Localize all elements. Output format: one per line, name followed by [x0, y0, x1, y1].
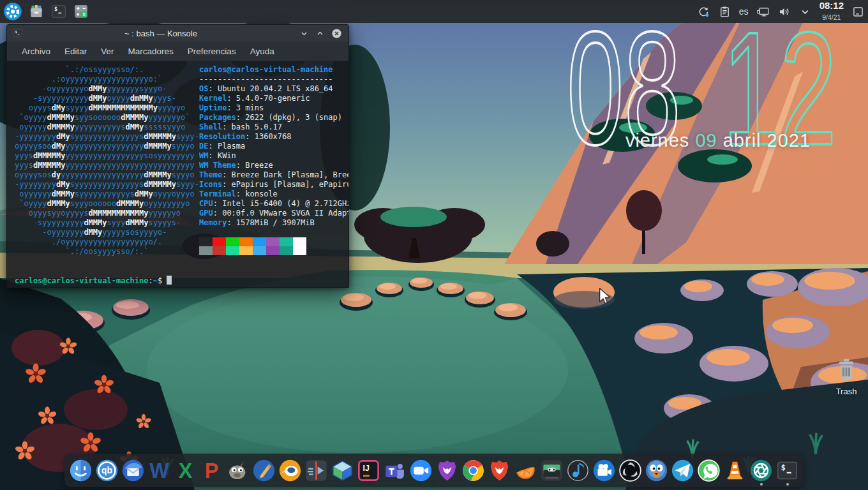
- menu-preferencias[interactable]: Preferencias: [181, 47, 243, 56]
- terminal-area[interactable]: `.:/ossyyyysso/:. .:oyyyyyyyyyyyyyyyyyyo…: [7, 61, 348, 287]
- date-suffix: abril 2021: [717, 130, 811, 151]
- cine-camera-icon: [592, 459, 616, 482]
- info-line-de: DE: Plasma: [199, 142, 348, 151]
- clipboard-icon: [718, 5, 731, 19]
- face-icon: [69, 459, 93, 482]
- date-prefix: viernes: [625, 130, 696, 151]
- whatsapp-icon: [697, 459, 721, 482]
- trash-can-icon: [833, 356, 860, 383]
- konsole-panel-button[interactable]: [50, 3, 67, 20]
- dock-icon-konsole[interactable]: [774, 454, 800, 486]
- chevron-down-icon: [798, 5, 812, 19]
- dock-icon-clementine[interactable]: [513, 454, 539, 486]
- clipboard-button[interactable]: [718, 5, 731, 19]
- keyboard-layout-button[interactable]: es: [739, 6, 749, 17]
- dock-icon-cawbird[interactable]: [643, 454, 670, 486]
- obs-icon: [618, 459, 642, 482]
- info-line-gpu: GPU: 00:0f.0 VMware SVGA II Adapt: [199, 209, 348, 218]
- dock-icon-libreoffice[interactable]: [251, 454, 277, 486]
- teams-icon: [383, 459, 407, 482]
- brave-lion-icon: [488, 459, 511, 482]
- info-line-wm-theme: WM Theme: Breeze: [199, 161, 348, 170]
- running-indicator: [786, 483, 789, 486]
- info-line-resolution: Resolution: 868x490: [199, 132, 348, 142]
- menu-ver[interactable]: Ver: [94, 47, 121, 56]
- info-line-memory: Memory: 1578MiB / 3907MiB: [199, 218, 348, 228]
- intellij-icon: [357, 459, 380, 482]
- dock-icon-blender[interactable]: [277, 454, 303, 486]
- dock-icon-tape-recorder[interactable]: [539, 454, 565, 486]
- dock-icon-finder[interactable]: [68, 454, 94, 486]
- file-manager-button[interactable]: [28, 3, 45, 20]
- maximize-button[interactable]: [315, 28, 326, 39]
- close-button[interactable]: [331, 27, 343, 40]
- panel-clock-date: 9/4/21: [822, 13, 841, 21]
- neofetch-host: carlos@carlos-virtual-machine: [199, 65, 348, 75]
- dock-icon-obs-studio[interactable]: [617, 454, 643, 486]
- dock-icon-brave-beta[interactable]: [434, 454, 460, 486]
- dock-icon-kdenlive[interactable]: [303, 454, 329, 486]
- monitor-icon: [756, 5, 770, 19]
- show-desktop-button[interactable]: [851, 5, 865, 19]
- thunderbird-icon: [121, 459, 145, 482]
- dock-icon-telegram[interactable]: [670, 454, 696, 486]
- menu-marcadores[interactable]: Marcadores: [121, 47, 181, 56]
- bird-icon: [645, 459, 668, 482]
- virtualbox-icon: [331, 459, 354, 482]
- date-day: 09: [695, 130, 717, 151]
- panel-clock[interactable]: 08:12 9/4/21: [819, 1, 844, 22]
- application-launcher-button[interactable]: [3, 2, 22, 21]
- neofetch-ascii-art: `.:/ossyyyysso/:. .:oyyyyyyyyyyyyyyyyyyo…: [15, 65, 199, 256]
- dock-icon-thunderbird[interactable]: [120, 454, 146, 486]
- top-panel: es 08:12 9/4/21: [0, 0, 868, 23]
- info-line-theme: Theme: Breeze Dark [Plasma], Bree: [199, 170, 348, 180]
- terminal-palette-row-2: [199, 246, 348, 255]
- neofetch-info: carlos@carlos-virtual-machine-----------…: [199, 65, 348, 256]
- dock-icon-spectacle[interactable]: [748, 454, 774, 486]
- dock-icon-ms-word[interactable]: [146, 454, 172, 486]
- dock-icon-brave[interactable]: [486, 454, 513, 486]
- trash-icon[interactable]: Trash: [827, 356, 865, 396]
- dock-icon-intellij-idea[interactable]: [355, 454, 382, 486]
- dock-icon-chrome[interactable]: [460, 454, 486, 486]
- info-line-terminal: Terminal: konsole: [199, 189, 348, 199]
- window-titlebar[interactable]: ~ : bash — Konsole: [7, 25, 348, 41]
- dock-icon-music-player[interactable]: [565, 454, 591, 486]
- chrome-icon: [461, 459, 485, 482]
- dock-icon-zoom[interactable]: [408, 454, 434, 486]
- qb-icon: [95, 459, 119, 482]
- clementine-icon: [514, 459, 537, 482]
- kde-launcher-icon: [3, 2, 22, 21]
- dock-icon-ms-powerpoint[interactable]: [198, 454, 225, 486]
- calculator-button[interactable]: [73, 3, 89, 20]
- desktop: es 08:12 9/4/21 08 12 viernes 09 abril 2…: [0, 0, 868, 490]
- keyboard-layout-label: es: [739, 6, 749, 17]
- volume-button[interactable]: [777, 5, 791, 19]
- vlc-cone-icon: [723, 459, 747, 482]
- dock-icon-whatsapp[interactable]: [696, 454, 722, 486]
- menu-archivo[interactable]: Archivo: [15, 47, 57, 56]
- dock-icon-gimp[interactable]: [225, 454, 251, 486]
- dock-icon-vlc[interactable]: [722, 454, 748, 486]
- terminal-cursor: [167, 276, 172, 285]
- gimp-icon: [226, 459, 250, 482]
- konsole-window: ~ : bash — Konsole ArchivoEditarVerMarca…: [6, 24, 349, 288]
- menu-editar[interactable]: Editar: [57, 47, 94, 56]
- desktop-date-widget: viernes 09 abril 2021: [587, 130, 849, 151]
- info-line-wm: WM: KWin: [199, 151, 348, 161]
- update-notifier-button[interactable]: [697, 5, 710, 19]
- dock-icon-virtualbox[interactable]: [329, 454, 355, 486]
- close-icon: [331, 27, 343, 40]
- dock-icon-ms-excel[interactable]: [172, 454, 198, 486]
- display-settings-button[interactable]: [756, 5, 770, 19]
- window-title: ~ : bash — Konsole: [28, 29, 294, 38]
- minimize-button[interactable]: [299, 28, 310, 39]
- konsole-window-icon: [13, 28, 23, 38]
- info-line-kernel: Kernel: 5.4.0-70-generic: [199, 94, 348, 103]
- menu-ayuda[interactable]: Ayuda: [243, 47, 281, 56]
- dock-icon-qbittorrent[interactable]: [94, 454, 120, 486]
- terminal-icon: [775, 459, 799, 482]
- dock-icon-movie-maker[interactable]: [591, 454, 617, 486]
- tray-expander-button[interactable]: [798, 5, 812, 19]
- dock-icon-ms-teams[interactable]: [382, 454, 408, 486]
